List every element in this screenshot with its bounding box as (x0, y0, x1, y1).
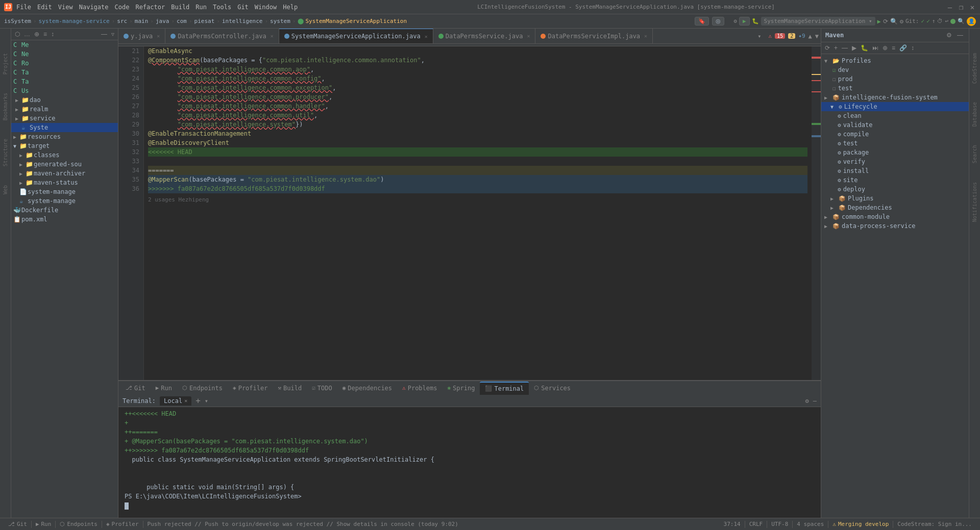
terminal-menu-btn[interactable]: ▾ (205, 397, 208, 405)
menu-edit[interactable]: Edit (37, 4, 52, 11)
add-terminal-btn[interactable]: + (195, 396, 201, 406)
maven-validate[interactable]: ⚙ validate (821, 120, 969, 130)
maven-add-btn[interactable]: + (832, 43, 839, 53)
sidebar-scroll-to-btn[interactable]: ⊕ (33, 30, 41, 39)
run-icon[interactable]: ▶ (877, 18, 881, 25)
menu-build[interactable]: Build (171, 4, 189, 11)
menu-window[interactable]: Window (255, 4, 277, 11)
close-tab-app[interactable]: ✕ (425, 34, 428, 39)
nav-up[interactable]: ▲ (808, 33, 812, 40)
search-panel-tab[interactable]: Search (972, 141, 977, 167)
git-fetch[interactable]: ⏱ (937, 18, 943, 24)
bc-system[interactable]: system (270, 18, 290, 24)
maven-skip-btn[interactable]: ⏭ (871, 43, 880, 53)
sidebar-filter-btn[interactable]: ≡ (42, 30, 48, 39)
maven-remove-btn[interactable]: — (840, 43, 849, 53)
status-endpoints[interactable]: ⬡ Endpoints (56, 521, 102, 527)
bottom-tab-services[interactable]: ⬡ Services (529, 382, 576, 395)
bottom-tab-terminal[interactable]: ⬛ Terminal (480, 382, 529, 395)
maven-collapse-btn[interactable]: ≡ (890, 43, 897, 53)
terminal-content[interactable]: ++<<<<<<< HEAD + ++======= + @MapperScan… (118, 407, 821, 518)
tree-item-generated[interactable]: ▶📁generated-sou (11, 160, 118, 169)
tree-item-pom[interactable]: 📋pom.xml (11, 215, 118, 224)
bc-main[interactable]: main (135, 18, 149, 24)
search-everywhere[interactable]: 🔍 (958, 18, 965, 24)
terminal-hide-btn[interactable]: — (813, 397, 817, 405)
tree-item-maven-status[interactable]: ▶📁maven-status (11, 178, 118, 187)
tab-overflow[interactable]: ▾ (754, 33, 764, 40)
structure-panel-tab[interactable]: Structure (3, 135, 8, 170)
bottom-tab-git[interactable]: ⎇ Git (120, 382, 151, 395)
maven-clean[interactable]: ⚙ clean (821, 111, 969, 120)
status-profiler[interactable]: ◈ Profiler (102, 521, 143, 527)
menu-file[interactable]: File (16, 4, 31, 11)
tree-item-dao[interactable]: ▶📁dao (11, 95, 118, 105)
sidebar-hide-btn[interactable]: ▿ (110, 30, 116, 39)
bottom-tab-profiler[interactable]: ◈ Profiler (228, 382, 273, 395)
project-panel-tab[interactable]: Project (3, 49, 8, 79)
menu-bar[interactable]: File Edit View Navigate Code Refactor Bu… (16, 4, 298, 11)
term-cursor-line[interactable] (125, 501, 815, 510)
terminal-settings-btn[interactable]: ⚙ (805, 397, 809, 405)
maven-gen-btn[interactable]: ⊕ (881, 43, 889, 53)
bc-service[interactable]: system-manage-service (39, 18, 110, 24)
tree-item-service[interactable]: ▶📁service (11, 114, 118, 123)
maven-plugins[interactable]: ▶ 📦 Plugins (821, 194, 969, 203)
bottom-tab-build[interactable]: ⚒ Build (273, 382, 307, 395)
maven-site[interactable]: ⚙ site (821, 175, 969, 185)
bottom-tab-endpoints[interactable]: ⬡ Endpoints (177, 382, 228, 395)
codestream-panel-tab[interactable]: CodeStream (972, 49, 977, 88)
maven-root-project[interactable]: ▶ 📦 intelligence-fusion-system (821, 93, 969, 102)
status-run[interactable]: ▶ Run (32, 521, 56, 527)
maven-refresh-btn[interactable]: ⟳ (823, 43, 831, 53)
target-btn[interactable]: ◎ (712, 17, 724, 26)
tree-item-ro[interactable]: CRo (11, 59, 118, 68)
tree-item-maven-archiver[interactable]: ▶📁maven-archiver (11, 169, 118, 178)
tree-item-classes[interactable]: ▶📁classes (11, 150, 118, 160)
maven-debug-btn[interactable]: 🐛 (859, 43, 870, 53)
bottom-tab-spring[interactable]: ❀ Spring (442, 382, 480, 395)
bottom-tab-problems[interactable]: ⚠ Problems (397, 382, 442, 395)
tab-datapermsservice[interactable]: DataPermsService.java ✕ (433, 29, 536, 44)
terminal-local-tab[interactable]: Local ✕ (160, 396, 191, 406)
maven-settings-btn[interactable]: ⚙ (945, 31, 953, 40)
tab-datapermssvcimpl[interactable]: DataPermsServiceImpl.java ✕ (535, 29, 653, 44)
maven-profile-test[interactable]: ☐ test (821, 84, 969, 93)
maven-install[interactable]: ⚙ install (821, 166, 969, 175)
sidebar-sort-btn[interactable]: ↕ (50, 30, 56, 39)
search-btn[interactable]: 🔍 (890, 18, 898, 25)
menu-navigate[interactable]: Navigate (79, 4, 109, 11)
run-btn[interactable]: ▶ (739, 17, 750, 26)
tab-systemmanageapp[interactable]: SystemManageServiceApplication.java ✕ (279, 29, 433, 44)
git-push[interactable]: ↑ (932, 18, 936, 24)
close-terminal-tab[interactable]: ✕ (184, 398, 187, 403)
bc-class[interactable]: ⬤ SystemManageServiceApplication (298, 18, 407, 24)
tree-item-ne[interactable]: CNe (11, 49, 118, 59)
tree-item-system-app[interactable]: ☕Syste (11, 123, 118, 132)
database-panel-tab[interactable]: Database (972, 98, 977, 131)
maven-lifecycle[interactable]: ▼ ⚙ Lifecycle (821, 102, 969, 111)
maven-test[interactable]: ⚙ test (821, 139, 969, 148)
notifications-panel-tab[interactable]: Notifications (972, 178, 977, 226)
bc-intelligence[interactable]: intelligence (222, 18, 262, 24)
maven-deploy[interactable]: ⚙ deploy (821, 185, 969, 194)
web-panel-tab[interactable]: Web (3, 181, 8, 198)
nav-down[interactable]: ▼ (815, 33, 819, 40)
status-charset[interactable]: UTF-8 (767, 521, 792, 527)
app-dropdown[interactable]: SystemManageServiceApplication ▾ (761, 17, 875, 26)
status-position[interactable]: 37:14 (720, 521, 745, 527)
status-crlf[interactable]: CRLF (745, 521, 767, 527)
sidebar-close-btn[interactable]: — (100, 30, 109, 39)
menu-tools[interactable]: Tools (213, 4, 231, 11)
maven-package[interactable]: ⚙ package (821, 148, 969, 157)
tree-item-realm[interactable]: ▶📁realm (11, 105, 118, 114)
tree-item-me[interactable]: CMe (11, 40, 118, 49)
refresh-btn[interactable]: ⟳ (883, 18, 888, 25)
status-indent[interactable]: 4 spaces (793, 521, 828, 527)
maven-common-module[interactable]: ▶ 📦 common-module (821, 212, 969, 221)
tree-item-dockerfile[interactable]: 🐳Dockerfile (11, 206, 118, 215)
user-avatar[interactable]: 👤 (967, 17, 976, 26)
maven-profiles[interactable]: ▼ 📂 Profiles (821, 56, 969, 65)
maven-data-process[interactable]: ▶ 📦 data-process-service (821, 221, 969, 231)
close-tab-impl[interactable]: ✕ (644, 33, 647, 39)
